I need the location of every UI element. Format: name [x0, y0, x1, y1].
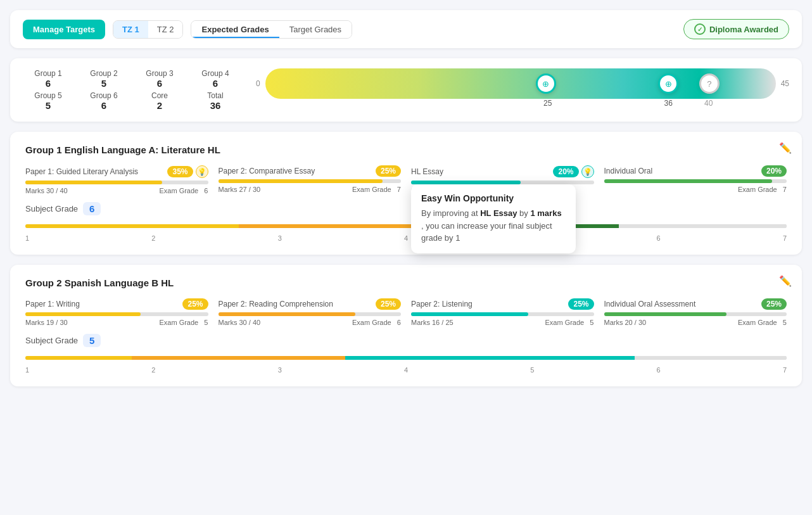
- g2-scale-num-4: 4: [404, 366, 408, 374]
- g2-listening-pct: 25%: [568, 298, 593, 310]
- score-label-40: 40: [704, 99, 713, 108]
- group1-individual-oral: Individual Oral 20% Exam Grade 7: [604, 165, 787, 194]
- g2-scale-seg1: [25, 356, 132, 360]
- paper1-exam-grade: Exam Grade 6: [159, 187, 208, 194]
- group6-name: Group 6: [79, 91, 129, 100]
- g2-paper2-name: Paper 2: Reading Comprehension: [219, 300, 333, 308]
- group1-hl-essay: HL Essay 20% 💡 Marks 12 / 20 Easy Win O: [411, 165, 594, 194]
- g2-paper1-marks: Marks 19 / 30: [25, 319, 68, 326]
- group5-val: 5: [23, 100, 73, 111]
- paper2-bar: [219, 179, 402, 183]
- group5-name: Group 5: [23, 91, 73, 100]
- marker-40-icon: ?: [707, 79, 711, 89]
- group2-oral: Individual Oral Assessment 25% Marks 20 …: [604, 298, 787, 326]
- paper1-marks: Marks 30 / 40: [25, 187, 68, 194]
- group2-val: 5: [79, 78, 129, 89]
- hl-essay-pct: 20%: [553, 166, 578, 177]
- g2-listening-name: Paper 2: Listening: [411, 300, 473, 308]
- score-label-36: 36: [664, 99, 673, 108]
- group1-scale-bar: [25, 220, 787, 232]
- diploma-badge: ✓ Diploma Awarded: [683, 19, 789, 39]
- group4-cell: Group 4 6: [190, 69, 241, 89]
- group4-name: Group 4: [190, 69, 241, 78]
- g2-oral-marks: Marks 20 / 30: [604, 319, 647, 326]
- paper2-bar-fill: [219, 179, 383, 183]
- group1-paper1: Paper 1: Guided Literary Analysis 35% 💡 …: [25, 165, 208, 194]
- paper1-name: Paper 1: Guided Literary Analysis: [25, 167, 138, 176]
- group2-card: ✏️ Group 2 Spanish Language B HL Paper 1…: [10, 265, 802, 386]
- group1-grade-badge: 6: [83, 202, 101, 215]
- paper1-bar-fill: [25, 181, 162, 184]
- oral-name: Individual Oral: [604, 167, 653, 175]
- paper1-icon[interactable]: 💡: [196, 165, 208, 178]
- group2-name: Group 2: [79, 69, 129, 78]
- group2-grade-row: Subject Grade 5: [25, 334, 787, 347]
- g2-scale-seg5: [452, 356, 634, 360]
- expected-grades-tab[interactable]: Expected Grades: [191, 21, 279, 38]
- group2-edit-icon[interactable]: ✏️: [779, 275, 792, 287]
- total-name: Total: [190, 91, 241, 100]
- group1-cell: Group 1 6: [23, 69, 73, 89]
- score-marker-40: ?: [699, 73, 720, 94]
- g2-scale-num-6: 6: [657, 366, 661, 374]
- g2-scale-num-1: 1: [25, 366, 29, 374]
- oral-exam-grade: Exam Grade 7: [738, 186, 787, 193]
- group4-val: 6: [190, 78, 241, 89]
- group1-card: ✏️ Group 1 English Language A: Literatur…: [10, 132, 802, 255]
- tz1-button[interactable]: TZ 1: [113, 21, 148, 38]
- group1-title: Group 1 English Language A: Literature H…: [25, 144, 787, 155]
- group3-val: 6: [134, 78, 185, 89]
- g2-oral-fill: [604, 312, 726, 316]
- g2-paper1-bar: [25, 312, 208, 316]
- group2-paper2: Paper 2: Reading Comprehension 25% Marks…: [219, 298, 402, 326]
- target-grades-tab[interactable]: Target Grades: [279, 21, 352, 38]
- scale-num-6: 6: [657, 234, 661, 242]
- marker-25-icon: ⊕: [542, 79, 549, 89]
- paper1-pct: 35%: [167, 166, 193, 177]
- group1-grade-label: Subject Grade: [25, 204, 78, 213]
- group2-scale-track: [25, 356, 787, 360]
- g2-paper1-pct: 25%: [182, 298, 208, 310]
- g2-paper2-fill: [219, 312, 355, 316]
- tooltip-title: Easy Win Opportunity: [421, 193, 566, 203]
- group1-paper2: Paper 2: Comparative Essay 25% Marks 27 …: [219, 165, 402, 194]
- header-bar: Manage Targets TZ 1 TZ 2 Expected Grades…: [10, 10, 802, 48]
- scale-num-7: 7: [783, 234, 787, 242]
- manage-targets-button[interactable]: Manage Targets: [23, 20, 105, 39]
- group1-edit-icon[interactable]: ✏️: [779, 142, 792, 154]
- group1-val: 6: [23, 78, 73, 89]
- group2-components-row: Paper 1: Writing 25% Marks 19 / 30 Exam …: [25, 298, 787, 326]
- scale-seg7: [619, 224, 787, 228]
- group2-grade-badge: 5: [83, 334, 101, 347]
- scale-num-2: 2: [151, 234, 155, 242]
- scale-seg2: [132, 224, 238, 228]
- group1-scale-nums: 1 2 3 4 5 6 7: [25, 234, 787, 242]
- tz2-button[interactable]: TZ 2: [148, 21, 183, 38]
- core-val: 2: [134, 100, 185, 111]
- hl-essay-name: HL Essay: [411, 167, 443, 176]
- g2-scale-num-3: 3: [278, 366, 282, 374]
- hl-essay-icon[interactable]: 💡: [581, 165, 594, 178]
- total-cell: Total 36: [190, 91, 241, 111]
- group2-scale-nums: 1 2 3 4 5 6 7: [25, 366, 787, 374]
- score-max-label: 45: [781, 79, 789, 88]
- tooltip-body: By improving at HL Essay by 1 marks , yo…: [421, 207, 566, 245]
- paper2-pct: 25%: [376, 165, 401, 177]
- group2-grade-label: Subject Grade: [25, 336, 78, 345]
- group2-paper1: Paper 1: Writing 25% Marks 19 / 30 Exam …: [25, 298, 208, 326]
- group1-scale-track: [25, 224, 787, 228]
- g2-scale-seg4: [345, 356, 452, 360]
- group2-cell: Group 2 5: [79, 69, 129, 89]
- g2-listening-bar: [411, 312, 594, 316]
- group3-name: Group 3: [134, 69, 185, 78]
- g2-paper2-pct: 25%: [376, 298, 401, 310]
- g2-listening-grade: Exam Grade 5: [545, 319, 593, 326]
- g2-scale-seg3: [239, 356, 345, 360]
- g2-listening-marks: Marks 16 / 25: [411, 319, 454, 326]
- marker-36-icon: ⊕: [665, 79, 672, 89]
- group1-grade-row: Subject Grade 6: [25, 202, 787, 215]
- g2-paper1-name: Paper 1: Writing: [25, 300, 80, 308]
- paper2-name: Paper 2: Comparative Essay: [219, 167, 315, 175]
- g2-paper2-marks: Marks 30 / 40: [219, 319, 261, 326]
- g2-oral-name: Individual Oral Assessment: [604, 300, 696, 308]
